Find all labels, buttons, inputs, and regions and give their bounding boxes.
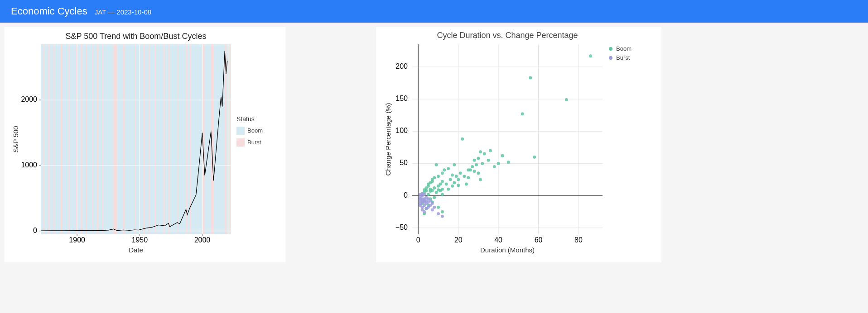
svg-point-115	[433, 176, 436, 179]
svg-point-110	[431, 189, 434, 192]
svg-rect-36	[156, 44, 164, 234]
header-subtitle: JAT — 2023-10-08	[95, 8, 151, 16]
svg-point-148	[471, 165, 474, 168]
svg-rect-6	[49, 44, 53, 234]
svg-rect-26	[117, 44, 124, 234]
svg-text:100: 100	[395, 127, 408, 134]
svg-text:2000: 2000	[21, 95, 37, 103]
svg-rect-41	[177, 44, 178, 234]
left-chart-card: S&P 500 Trend with Boom/Bust Cycles19001…	[5, 27, 285, 262]
cycle-scatter-chart: Cycle Duration vs. Change Percentage0204…	[381, 31, 652, 257]
svg-point-123	[439, 182, 442, 185]
svg-point-163	[507, 161, 510, 164]
svg-point-164	[521, 112, 524, 115]
svg-point-201	[441, 215, 444, 218]
svg-point-215	[609, 47, 612, 51]
svg-rect-7	[53, 44, 55, 234]
svg-rect-27	[123, 44, 125, 234]
svg-text:Change Percentage (%): Change Percentage (%)	[384, 103, 392, 176]
svg-text:40: 40	[494, 236, 502, 244]
svg-point-143	[463, 175, 466, 178]
svg-rect-14	[77, 44, 81, 234]
svg-rect-23	[102, 44, 103, 234]
svg-text:S&P 500: S&P 500	[12, 126, 19, 153]
svg-point-138	[455, 175, 458, 178]
svg-rect-15	[81, 44, 82, 234]
svg-point-102	[427, 193, 430, 196]
svg-point-135	[451, 174, 454, 177]
svg-point-136	[453, 181, 456, 185]
svg-point-128	[441, 171, 444, 175]
svg-point-187	[423, 193, 426, 196]
svg-rect-25	[113, 44, 117, 234]
svg-rect-28	[125, 44, 135, 234]
svg-rect-20	[93, 44, 97, 234]
svg-point-155	[479, 150, 482, 153]
svg-rect-38	[165, 44, 169, 234]
svg-point-197	[431, 208, 434, 211]
svg-point-198	[431, 202, 434, 205]
svg-rect-76	[236, 138, 245, 147]
svg-text:1000: 1000	[21, 161, 37, 169]
svg-point-126	[441, 188, 444, 191]
svg-point-151	[475, 163, 478, 166]
svg-point-158	[487, 159, 490, 162]
svg-rect-9	[61, 44, 62, 234]
svg-point-149	[473, 170, 476, 173]
svg-rect-18	[87, 44, 92, 234]
svg-rect-42	[178, 44, 186, 234]
sp500-trend-chart: S&P 500 Trend with Boom/Bust Cycles19001…	[9, 31, 281, 257]
svg-rect-40	[170, 44, 178, 234]
svg-text:S&P 500 Trend with Boom/Bust C: S&P 500 Trend with Boom/Bust Cycles	[66, 32, 207, 41]
svg-point-137	[453, 163, 456, 166]
svg-point-147	[469, 168, 472, 171]
svg-text:1900: 1900	[69, 236, 85, 244]
svg-point-116	[435, 191, 438, 194]
svg-rect-24	[103, 44, 113, 234]
svg-rect-31	[144, 44, 145, 234]
svg-rect-10	[62, 44, 68, 234]
svg-point-161	[497, 162, 500, 165]
svg-rect-29	[135, 44, 136, 234]
right-chart-card: Cycle Duration vs. Change Percentage0204…	[376, 27, 661, 262]
svg-point-200	[437, 212, 440, 215]
svg-rect-8	[54, 44, 61, 234]
svg-rect-4	[44, 44, 48, 234]
svg-point-182	[423, 210, 426, 213]
svg-rect-74	[236, 127, 245, 135]
svg-point-121	[437, 175, 440, 178]
svg-text:Duration (Months): Duration (Months)	[480, 246, 535, 254]
svg-rect-46	[191, 44, 203, 234]
svg-rect-2	[41, 44, 43, 234]
svg-rect-39	[169, 44, 170, 234]
svg-point-118	[437, 206, 440, 209]
svg-point-141	[459, 171, 462, 175]
svg-point-134	[451, 185, 454, 188]
svg-rect-21	[97, 44, 98, 234]
svg-text:−50: −50	[395, 223, 408, 231]
svg-point-152	[477, 171, 480, 175]
svg-rect-33	[149, 44, 150, 234]
svg-point-127	[441, 180, 444, 183]
svg-rect-50	[213, 44, 225, 234]
svg-point-153	[477, 157, 480, 160]
svg-point-160	[493, 165, 496, 168]
svg-text:2000: 2000	[194, 236, 211, 244]
svg-text:0: 0	[416, 236, 420, 244]
svg-rect-35	[154, 44, 156, 234]
svg-text:200: 200	[395, 62, 408, 70]
svg-point-131	[447, 188, 450, 191]
svg-rect-34	[149, 44, 154, 234]
svg-rect-16	[82, 44, 86, 234]
svg-point-144	[465, 182, 468, 185]
svg-rect-37	[164, 44, 165, 234]
svg-point-124	[441, 210, 444, 213]
svg-text:1950: 1950	[131, 236, 148, 244]
svg-rect-44	[187, 44, 190, 234]
svg-point-167	[565, 98, 568, 101]
svg-point-113	[433, 196, 436, 199]
svg-point-156	[481, 162, 484, 165]
svg-point-142	[461, 138, 464, 141]
svg-point-132	[447, 167, 450, 170]
svg-text:Burst: Burst	[616, 54, 630, 61]
